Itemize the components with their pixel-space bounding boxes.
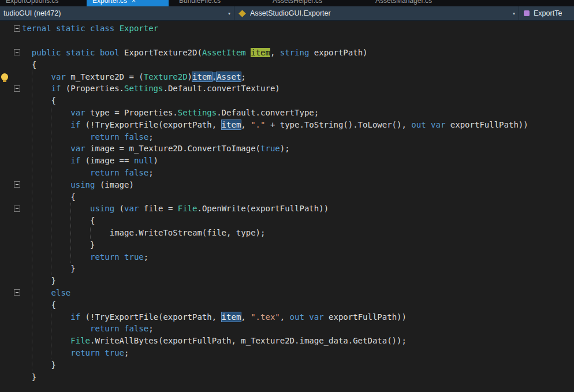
code-token: , [270,48,280,57]
chevron-down-icon: ▾ [508,11,515,16]
code-token: if [70,156,80,165]
fold-collapse-icon[interactable] [14,49,20,55]
code-token: (Properties. [61,84,124,93]
code-line[interactable]: } [0,263,574,275]
tab-assetshelper[interactable]: AssetsHelper.cs [267,0,353,6]
code-token: image.WriteToStream(file, type); [22,228,265,237]
code-token: false [124,168,148,177]
tab-exporter-active[interactable]: Exporter.cs × [87,0,169,6]
code-text: return false; [22,168,154,177]
code-token: AssetItem [202,48,246,57]
code-line[interactable]: { [0,95,574,107]
fold-collapse-icon[interactable] [14,289,20,296]
code-token: (!TryExportFile(exportPath, [80,120,221,129]
code-token: image = m_Texture2D.ConvertToImage( [85,144,260,153]
fold-collapse-icon[interactable] [14,181,20,188]
code-line[interactable]: var type = Properties.Settings.Default.c… [0,107,574,119]
code-line[interactable]: using (image) [0,178,574,191]
code-line[interactable]: File.WriteAllBytes(exportFullPath, m_Tex… [0,335,574,347]
project-dropdown[interactable]: tudioGUI (net472) ▾ [0,6,234,20]
code-token: static [66,48,95,57]
code-line[interactable]: } [0,359,574,371]
tab-row: ExportOptions.cs Exporter.cs × BundleFil… [0,0,574,6]
code-line[interactable]: ternal static class Exporter [0,23,574,35]
fold-collapse-icon[interactable] [14,85,20,92]
code-token: var [70,144,85,153]
code-line[interactable] [0,35,574,47]
code-token: Texture2D [144,72,188,81]
glyph-margin [0,73,14,80]
code-token: if [51,84,61,93]
code-token: ; [144,252,148,262]
code-token: var [309,312,323,322]
type-dropdown[interactable]: AssetStudioGUI.Exporter ▾ [234,6,519,20]
code-token: out [290,312,304,322]
code-token: } [22,276,56,285]
navigation-bar: tudioGUI (net472) ▾ AssetStudioGUI.Expor… [0,6,574,21]
code-token: Settings [178,108,217,117]
fold-collapse-icon[interactable] [14,25,20,32]
code-line[interactable]: { [0,215,574,227]
code-line[interactable]: { [0,298,574,311]
tab-assetsmanager[interactable]: AssetsManager.cs [370,0,468,6]
highlighted-reference: item [222,312,241,322]
lightbulb-icon[interactable] [1,73,8,80]
code-line[interactable]: image.WriteToStream(file, type); [0,227,574,239]
code-token: var [70,108,85,117]
code-token [426,120,431,129]
code-line[interactable]: if (!TryExportFile(exportPath, item, "."… [0,118,574,130]
code-token: false [124,324,148,333]
code-text: File.WriteAllBytes(exportFullPath, m_Tex… [22,336,407,345]
code-line[interactable]: } [0,275,574,287]
code-line[interactable]: return false; [0,167,574,179]
highlighted-reference: item [192,72,212,81]
code-line[interactable]: var image = m_Texture2D.ConvertToImage(t… [0,143,574,155]
code-line[interactable]: { [0,191,574,203]
code-token: { [22,192,76,201]
tab-bundlefile[interactable]: BundleFile.cs [173,0,260,6]
code-token: ; [241,72,245,81]
close-tab-icon[interactable]: × [132,0,136,4]
code-token: string [280,48,310,57]
code-token [22,204,90,213]
code-line[interactable]: } [0,238,574,251]
code-line[interactable]: using (var file = File.OpenWrite(exportF… [0,203,574,215]
chevron-down-icon: ▾ [223,11,230,16]
code-token: File [70,336,90,345]
code-line[interactable]: return true; [0,347,574,359]
code-token: { [22,60,36,69]
tab-label: AssetsManager.cs [375,0,432,5]
code-token: using [90,204,114,213]
code-token: } [22,264,76,273]
member-dropdown[interactable]: ExportTe [519,6,574,20]
code-line[interactable]: { [0,58,574,70]
code-token [22,168,90,177]
class-icon [238,10,246,17]
code-line[interactable]: public static bool ExportTexture2D(Asset… [0,47,574,59]
code-token: ; [148,168,153,177]
code-line[interactable]: var m_Texture2D = (Texture2D)item.Asset; [0,70,574,83]
code-line[interactable]: return false; [0,323,574,335]
code-line[interactable]: if (!TryExportFile(exportPath, item, ".t… [0,311,574,323]
fold-margin [14,49,22,55]
code-token: ternal [22,24,51,33]
code-line[interactable]: return false; [0,130,574,143]
code-line[interactable]: if (Properties.Settings.Default.convertT… [0,83,574,95]
code-token: out [411,120,426,129]
tab-exportoptions[interactable]: ExportOptions.cs [0,0,87,6]
highlighted-reference: Asset [217,72,241,81]
code-line[interactable]: else [0,287,574,299]
code-line[interactable]: } [0,371,574,383]
code-token: } [22,372,36,382]
code-editor[interactable]: ternal static class Exporter public stat… [0,21,574,392]
code-line[interactable]: return true; [0,251,574,263]
highlighted-reference: item [222,120,241,129]
code-token: else [51,288,71,297]
code-token: ) [154,156,158,165]
code-token [61,48,65,57]
code-token: ".tex" [251,312,280,322]
code-line[interactable]: if (image == null) [0,155,574,167]
code-text: { [22,96,56,105]
fold-collapse-icon[interactable] [14,206,20,212]
code-token: var [51,72,66,81]
